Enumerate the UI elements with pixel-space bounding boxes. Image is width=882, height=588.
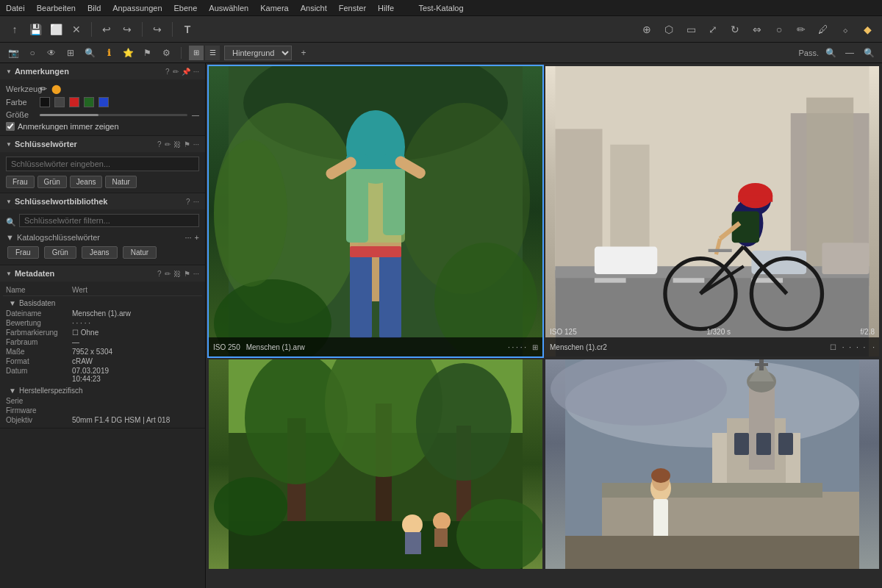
menu-kamera[interactable]: Kamera bbox=[260, 4, 289, 12]
polygon-icon[interactable]: ⬡ bbox=[660, 21, 678, 38]
tag-jeans[interactable]: Jeans bbox=[70, 176, 103, 188]
cat-tag-gruen[interactable]: Grün bbox=[44, 246, 76, 259]
meta-help-icon[interactable]: ? bbox=[157, 270, 162, 278]
search4-icon[interactable]: 🔍 bbox=[861, 46, 876, 60]
tag-frau[interactable]: Frau bbox=[6, 176, 35, 188]
transform-icon[interactable]: ⤢ bbox=[704, 21, 722, 38]
flip-icon[interactable]: ⇔ bbox=[748, 21, 766, 38]
menu-fenster[interactable]: Fenster bbox=[339, 4, 366, 12]
menu-datei[interactable]: Datei bbox=[6, 4, 25, 12]
color-blue[interactable] bbox=[98, 97, 109, 107]
menu-anpassungen[interactable]: Anpassungen bbox=[112, 4, 162, 12]
keywords-flag-icon[interactable]: ⚑ bbox=[184, 140, 190, 148]
camera-icon[interactable]: 📷 bbox=[6, 46, 21, 60]
keywords-chain-icon[interactable]: ⛓ bbox=[173, 140, 181, 148]
color-black[interactable] bbox=[40, 97, 50, 107]
gear2-icon[interactable]: ⚙ bbox=[159, 46, 173, 60]
search3-icon[interactable]: 🔍 bbox=[823, 46, 838, 60]
undo-icon[interactable]: ↩ bbox=[98, 21, 115, 38]
color-dark-gray[interactable] bbox=[54, 97, 65, 107]
text-icon[interactable]: T bbox=[179, 21, 196, 38]
cat-tag-frau[interactable]: Frau bbox=[7, 246, 39, 259]
save-icon[interactable]: 💾 bbox=[26, 21, 44, 38]
objektiv-value: 50mm F1.4 DG HSM | Art 018 bbox=[69, 415, 202, 425]
svg-rect-13 bbox=[346, 169, 405, 243]
svg-rect-72 bbox=[602, 483, 822, 498]
kw-lib-menu-icon[interactable]: ··· bbox=[193, 198, 199, 206]
background-dropdown[interactable]: Hintergrund bbox=[224, 46, 292, 60]
highlight-icon[interactable]: ⬦ bbox=[836, 21, 854, 38]
circle-icon[interactable]: ○ bbox=[770, 21, 788, 38]
grid-view-button[interactable]: ⊞ bbox=[189, 46, 204, 60]
color-green[interactable] bbox=[84, 97, 94, 107]
secondary-toolbar-right: Pass. 🔍 — 🔍 bbox=[798, 46, 876, 60]
export-icon[interactable]: ↑ bbox=[6, 21, 24, 38]
close-icon[interactable]: ✕ bbox=[68, 21, 85, 38]
keyword-library-panel: ▼ Schlüsselwortbibliothek ? ··· 🔍 ▼ Kata… bbox=[0, 193, 205, 265]
filter-icon[interactable]: ⊞ bbox=[63, 46, 78, 60]
catalog-plus-icon[interactable]: + bbox=[195, 233, 199, 242]
menu-bild[interactable]: Bild bbox=[87, 4, 101, 12]
kw-filter-input[interactable] bbox=[19, 214, 199, 227]
photo-1-expand-icon[interactable]: ⊞ bbox=[532, 343, 538, 351]
photo-cell-4[interactable] bbox=[545, 359, 879, 569]
eyedropper-icon[interactable]: ◆ bbox=[858, 21, 876, 38]
always-show-checkbox[interactable] bbox=[6, 122, 15, 131]
annotations-pin-icon[interactable]: 📌 bbox=[182, 68, 190, 76]
svg-rect-12 bbox=[350, 246, 401, 257]
metadata-header[interactable]: ▼ Metadaten ? ✏ ⛓ ⚑ ··· bbox=[0, 265, 205, 282]
catalog-dots-icon[interactable]: ··· bbox=[184, 233, 191, 242]
menu-hilfe[interactable]: Hilfe bbox=[378, 4, 394, 12]
target-icon[interactable]: ⊕ bbox=[638, 21, 656, 38]
annotations-menu-icon[interactable]: ··· bbox=[193, 68, 199, 76]
photo-2-square-icon[interactable]: ☐ bbox=[830, 343, 836, 351]
new-icon[interactable]: ⬜ bbox=[47, 21, 65, 38]
redo2-icon[interactable]: ↪ bbox=[148, 21, 166, 38]
farbraum-row: Farbraum — bbox=[3, 337, 202, 347]
pencil2-icon[interactable]: 🖊 bbox=[814, 21, 832, 38]
meta-chain-icon[interactable]: ⛓ bbox=[173, 270, 181, 278]
star2-icon[interactable]: ⭐ bbox=[121, 46, 135, 60]
keywords-header[interactable]: ▼ Schlüsselwörter ? ✏ ⛓ ⚑ ··· bbox=[0, 136, 205, 152]
meta-pencil-icon[interactable]: ✏ bbox=[165, 270, 171, 278]
keyword-library-header[interactable]: ▼ Schlüsselwortbibliothek ? ··· bbox=[0, 193, 205, 209]
keyword-input[interactable] bbox=[6, 157, 199, 171]
photo-cell-3[interactable] bbox=[209, 359, 542, 569]
brush-icon[interactable]: ✏ bbox=[792, 21, 810, 38]
keywords-menu-icon[interactable]: ··· bbox=[193, 140, 199, 148]
pencil-tool-icon[interactable]: ✏ bbox=[40, 84, 47, 94]
rect-icon[interactable]: ▭ bbox=[682, 21, 700, 38]
keywords-pencil-icon[interactable]: ✏ bbox=[165, 140, 171, 148]
redo-icon[interactable]: ↪ bbox=[118, 21, 136, 38]
color-red[interactable] bbox=[69, 97, 79, 107]
menu-auswaehlen[interactable]: Auswählen bbox=[209, 4, 248, 12]
annotations-header[interactable]: ▼ Anmerkungen ? ✏ 📌 ··· bbox=[0, 63, 205, 79]
brush-tool-icon[interactable]: ⬤ bbox=[51, 84, 61, 94]
meta-flag-icon[interactable]: ⚑ bbox=[184, 270, 190, 278]
list-view-button[interactable]: ☰ bbox=[205, 46, 220, 60]
menu-ebene[interactable]: Ebene bbox=[174, 4, 198, 12]
kw-lib-help-icon[interactable]: ? bbox=[186, 198, 190, 206]
svg-rect-63 bbox=[749, 381, 775, 470]
rotate-icon[interactable]: ↻ bbox=[726, 21, 744, 38]
meta-menu-icon[interactable]: ··· bbox=[193, 270, 199, 278]
annotations-help-icon[interactable]: ? bbox=[165, 68, 170, 76]
search2-icon[interactable]: 🔍 bbox=[82, 46, 97, 60]
tag-gruen[interactable]: Grün bbox=[37, 176, 67, 188]
menu-ansicht[interactable]: Ansicht bbox=[301, 4, 327, 12]
circle2-icon[interactable]: ○ bbox=[25, 46, 40, 60]
tag-natur[interactable]: Natur bbox=[105, 176, 136, 188]
flag2-icon[interactable]: ⚑ bbox=[140, 46, 154, 60]
eye-icon[interactable]: 👁 bbox=[44, 46, 59, 60]
cat-tag-natur[interactable]: Natur bbox=[123, 246, 157, 259]
annotations-pencil-icon[interactable]: ✏ bbox=[173, 68, 179, 76]
menu-bearbeiten[interactable]: Bearbeiten bbox=[37, 4, 76, 12]
keywords-help-icon[interactable]: ? bbox=[157, 140, 162, 148]
size-slider[interactable] bbox=[40, 114, 187, 116]
add-icon[interactable]: + bbox=[296, 46, 311, 60]
info2-icon[interactable]: ℹ bbox=[101, 46, 116, 60]
photo-cell-1[interactable]: ISO 250 Menschen (1).arw · · · · · ⊞ bbox=[209, 66, 542, 356]
minus-icon[interactable]: — bbox=[842, 46, 857, 60]
photo-cell-2[interactable]: ISO 125 1/320 s f/2.8 Menschen (1).cr2 ☐… bbox=[545, 66, 879, 356]
cat-tag-jeans[interactable]: Jeans bbox=[82, 246, 118, 259]
